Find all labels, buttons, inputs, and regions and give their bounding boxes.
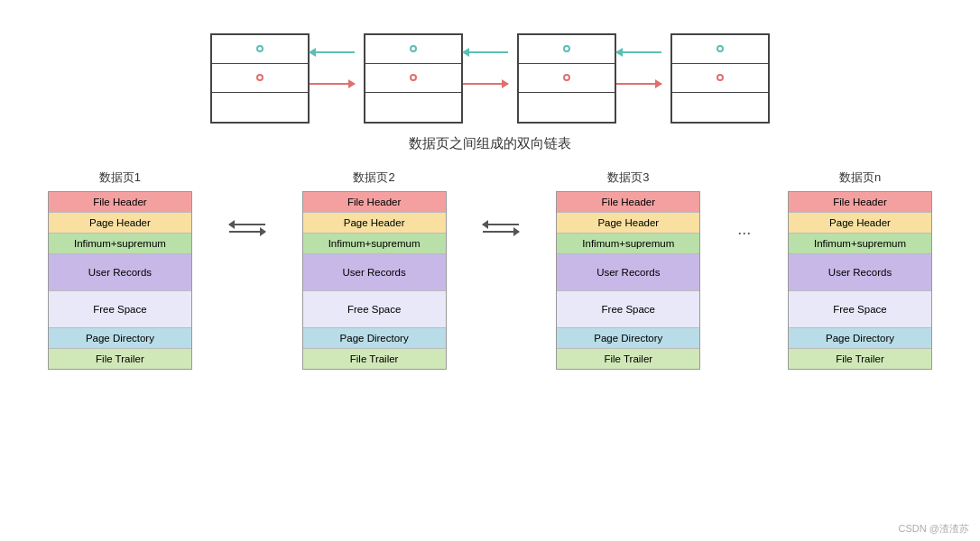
ll-box-3-row-1 — [519, 35, 615, 64]
arrows-3-4 — [616, 33, 670, 124]
teal-dot — [563, 45, 570, 52]
page-3-label: 数据页3 — [607, 170, 649, 186]
pink-right-arrow-3 — [616, 83, 670, 85]
pn-user-records: User Records — [789, 254, 931, 291]
page-container: 数据页之间组成的双向链表 数据页1 File Header Page Heade… — [0, 0, 980, 541]
pages-section: 数据页1 File Header Page Header Infimum+sup… — [18, 170, 962, 370]
p1-user-records: User Records — [49, 254, 191, 291]
page-1-label: 数据页1 — [99, 170, 141, 186]
pink-dot — [410, 74, 417, 81]
h-arr-right-2 — [483, 231, 519, 233]
pink-right-arrow-2 — [463, 83, 517, 85]
p2-infimum: Infimum+supremum — [303, 234, 446, 254]
p2-page-header: Page Header — [303, 213, 446, 234]
ll-box-1-row-3 — [212, 93, 308, 121]
pn-file-trailer: File Trailer — [789, 349, 931, 369]
p1-file-trailer: File Trailer — [49, 349, 191, 369]
p2-page-dir: Page Directory — [303, 328, 446, 349]
arrows-1-2-container — [229, 224, 265, 233]
page-3-struct: File Header Page Header Infimum+supremum… — [556, 191, 700, 370]
p1-page-dir: Page Directory — [49, 328, 191, 349]
ll-box-3-row-3 — [519, 93, 615, 121]
ll-box-2-row-3 — [365, 93, 461, 121]
p2-user-records: User Records — [303, 254, 446, 291]
ll-box-2-row-2 — [365, 64, 461, 93]
p3-file-trailer: File Trailer — [557, 349, 699, 369]
ll-box-1-row-1 — [212, 35, 308, 64]
page-column-n: 数据页n File Header Page Header Infimum+sup… — [779, 170, 941, 370]
p3-file-header: File Header — [557, 192, 699, 213]
page-1-struct: File Header Page Header Infimum+supremum… — [48, 191, 192, 370]
page-2-label: 数据页2 — [353, 170, 394, 186]
pink-dot — [256, 74, 263, 81]
p3-page-dir: Page Directory — [557, 328, 699, 349]
p3-page-header: Page Header — [557, 213, 699, 234]
linked-list-section: 数据页之间组成的双向链表 — [18, 9, 962, 162]
p2-file-header: File Header — [303, 192, 446, 213]
pink-dot — [717, 74, 724, 81]
p1-file-header: File Header — [49, 192, 191, 213]
teal-dot — [256, 45, 263, 52]
ll-box-3-row-2 — [519, 64, 615, 93]
pn-infimum: Infimum+supremum — [789, 234, 931, 254]
p2-file-trailer: File Trailer — [303, 349, 446, 369]
page-column-2: 数据页2 File Header Page Header Infimum+sup… — [293, 170, 456, 370]
p2-free-space: Free Space — [303, 291, 446, 328]
pn-free-space: Free Space — [789, 291, 931, 328]
page-2-struct: File Header Page Header Infimum+supremum… — [302, 191, 447, 370]
col-arrows-1-2 — [225, 170, 270, 233]
linked-list-diagram — [129, 29, 851, 128]
page-column-1: 数据页1 File Header Page Header Infimum+sup… — [39, 170, 201, 370]
col-arrows-2-3 — [478, 170, 523, 233]
ll-box-3 — [517, 33, 616, 124]
ll-box-4-row-2 — [672, 64, 768, 93]
h-arr-left-2 — [483, 224, 519, 225]
arrows-2-3 — [463, 33, 517, 124]
teal-left-arrow-1 — [310, 51, 364, 53]
pink-dot — [563, 74, 570, 81]
page-n-label: 数据页n — [839, 170, 881, 186]
ll-box-4 — [670, 33, 770, 124]
watermark: CSDN @渣渣苏 — [899, 522, 969, 536]
ll-box-2-row-1 — [365, 35, 461, 64]
arrows-2-3-container — [483, 224, 519, 233]
arrows-1-2 — [310, 33, 364, 124]
p1-page-header: Page Header — [49, 213, 191, 234]
teal-left-arrow-2 — [463, 51, 517, 53]
page-n-struct: File Header Page Header Infimum+supremum… — [788, 191, 932, 370]
pn-file-header: File Header — [789, 192, 931, 213]
ll-box-4-row-1 — [672, 35, 768, 64]
p1-infimum: Infimum+supremum — [49, 234, 191, 254]
teal-dot — [717, 45, 724, 52]
ll-box-1 — [210, 33, 310, 124]
h-arr-right-1 — [229, 231, 265, 233]
pink-right-arrow-1 — [310, 83, 364, 85]
teal-dot — [410, 45, 417, 52]
ll-box-1-row-2 — [212, 64, 308, 93]
pn-page-header: Page Header — [789, 213, 931, 234]
diagram-caption: 数据页之间组成的双向链表 — [409, 135, 571, 152]
dots-separator: ··· — [733, 170, 755, 243]
ll-box-4-row-3 — [672, 93, 768, 121]
p3-free-space: Free Space — [557, 291, 699, 328]
page-column-3: 数据页3 File Header Page Header Infimum+sup… — [547, 170, 709, 370]
teal-left-arrow-3 — [616, 51, 670, 53]
pn-page-dir: Page Directory — [789, 328, 931, 349]
p3-user-records: User Records — [557, 254, 699, 291]
p3-infimum: Infimum+supremum — [557, 234, 699, 254]
h-arr-left-1 — [229, 224, 265, 225]
p1-free-space: Free Space — [49, 291, 191, 328]
ll-box-2 — [364, 33, 463, 124]
